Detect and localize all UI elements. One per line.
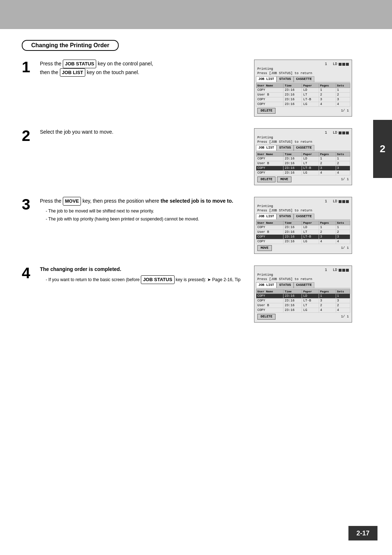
table-row: COPY23:16LT-B33 — [256, 97, 350, 102]
lcd-table-2: User Name Time Paper Pages Sets COPY23:1… — [256, 152, 350, 175]
lcd-table-4: User Name Time Paper Pages Sets COPY23:1… — [256, 289, 350, 313]
step-3-text: Press the MOVE key, then press the posit… — [40, 197, 247, 206]
lcd-tab-joblist-2: JOB LIST — [256, 145, 277, 151]
chapter-tab: 2 — [373, 120, 392, 178]
step-3-row: 3 Press the MOVE key, then press the pos… — [22, 197, 352, 254]
lcd-tab-status-1: STATUS — [277, 76, 293, 82]
step-1-text: Press the JOB STATUS key on the control … — [40, 60, 247, 77]
move-btn-2[interactable]: MOVE — [277, 177, 291, 182]
chapter-number: 2 — [380, 143, 385, 155]
lcd-table-3: User Name Time Paper Pages Sets COPY23:1… — [256, 220, 350, 244]
step-3-left: 3 Press the MOVE key, then press the pos… — [22, 197, 254, 222]
main-content: Changing the Printing Order 1 Press the … — [0, 29, 392, 356]
lcd-tab-joblist-4: JOB LIST — [256, 282, 277, 288]
step-4-row: 4 The changing order is completed. - If … — [22, 266, 352, 323]
lcd-tab-cassette-3: CASSETTE — [294, 214, 314, 219]
lcd-tab-status-2: STATUS — [277, 145, 293, 151]
step-2-row: 2 Select the job you want to move. 1 LD — [22, 128, 352, 185]
table-row: COPY23:16LT-B33 — [256, 299, 350, 303]
step-3-bullet-1: - The job to be moved will be shifted ne… — [46, 208, 247, 214]
lcd-screen-4: 1 LD Printing Press [JOB STATUS] to retu… — [254, 266, 352, 323]
lcd-tab-cassette-4: CASSETTE — [294, 282, 314, 288]
lcd-footer-1: DELETE 1/ 1 — [256, 107, 350, 115]
lcd-indicator-1 — [339, 63, 349, 66]
step-2-screen: 1 LD Printing Press [JOB STATUS] to retu… — [254, 128, 352, 185]
step-1-screen: 1 LD Printing Press [JOB STATUS] to retu… — [254, 60, 352, 117]
lcd-tab-joblist-1: JOB LIST — [256, 76, 277, 82]
step-2-left: 2 Select the job you want to move. — [22, 128, 254, 143]
step-4-content: The changing order is completed. - If yo… — [40, 266, 247, 284]
lcd-indicator-4 — [339, 269, 349, 272]
table-row: COPY23:16LG44 — [256, 102, 350, 107]
lcd-tab-cassette-1: CASSETTE — [294, 76, 314, 82]
table-row: User B23:16LT22 — [256, 93, 350, 97]
lcd-tab-joblist-3: JOB LIST — [256, 214, 277, 219]
lcd-topbar-1: 1 LD — [256, 61, 350, 67]
table-row-highlighted: COPY23:16LT-B33 — [256, 166, 350, 171]
table-row: User B23:16LT22 — [256, 303, 350, 308]
step-4-number: 4 — [22, 266, 36, 281]
step-1-number: 1 — [22, 60, 36, 75]
step-3-bullet-2: - The job with top priority (having been… — [46, 216, 247, 222]
step-4-text: The changing order is completed. — [40, 266, 247, 273]
table-row: COPY23:16LD11 — [256, 88, 350, 93]
step-3-screen: 1 LD Printing Press [JOB STATUS] to retu… — [254, 197, 352, 254]
lcd-topbar-2: 1 LD — [256, 130, 350, 135]
lcd-footer-4: DELETE 1/ 1 — [256, 313, 350, 321]
lcd-tabs-1: JOB LIST STATUS CASSETTE — [256, 76, 350, 82]
step-1-left: 1 Press the JOB STATUS key on the contro… — [22, 60, 254, 79]
table-row: COPY23:16LD11 — [256, 157, 350, 161]
lcd-tabs-2: JOB LIST STATUS CASSETTE — [256, 145, 350, 151]
step-4-left: 4 The changing order is completed. - If … — [22, 266, 254, 284]
section-title: Changing the Printing Order — [22, 40, 119, 51]
lcd-indicator-3 — [339, 200, 349, 203]
delete-btn-4[interactable]: DELETE — [257, 314, 275, 320]
step-2-number: 2 — [22, 128, 36, 143]
lcd-tab-status-3: STATUS — [277, 214, 293, 219]
move-key-3: MOVE — [63, 197, 81, 206]
job-list-key-1: JOB LIST — [60, 68, 86, 77]
step-4-note: - If you want to return to the basic scr… — [46, 275, 247, 284]
delete-btn-2[interactable]: DELETE — [257, 177, 275, 182]
table-row: COPY23:16LG44 — [256, 308, 350, 313]
job-status-key-1: JOB STATUS — [63, 60, 96, 68]
lcd-topbar-4: 1 LD — [256, 267, 350, 273]
step-4-screen: 1 LD Printing Press [JOB STATUS] to retu… — [254, 266, 352, 323]
lcd-tab-status-4: STATUS — [277, 282, 293, 288]
step-2-text: Select the job you want to move. — [40, 128, 247, 136]
table-row-highlighted: COPY23:16LT-B33 — [256, 235, 350, 239]
table-row: User B23:16LT22 — [256, 161, 350, 166]
move-btn-3[interactable]: MOVE — [257, 245, 272, 251]
lcd-table-1: User Name Time Paper Pages Sets COPY23:1… — [256, 83, 350, 107]
lcd-tabs-4: JOB LIST STATUS CASSETTE — [256, 282, 350, 288]
step-3-content: Press the MOVE key, then press the posit… — [40, 197, 247, 222]
lcd-screen-2: 1 LD Printing Press [JOB STATUS] to retu… — [254, 128, 352, 185]
lcd-footer-2: DELETE MOVE 1/ 1 — [256, 175, 350, 183]
lcd-indicator-2 — [339, 131, 349, 134]
table-row: COPY23:16LG44 — [256, 239, 350, 244]
table-row: COPY23:16LG44 — [256, 171, 350, 175]
table-row: COPY23:16LD11 — [256, 225, 350, 230]
step-3-number: 3 — [22, 197, 36, 212]
step-1-content: Press the JOB STATUS key on the control … — [40, 60, 247, 79]
step-1-row: 1 Press the JOB STATUS key on the contro… — [22, 60, 352, 117]
lcd-screen-3: 1 LD Printing Press [JOB STATUS] to retu… — [254, 197, 352, 254]
top-bar — [0, 0, 392, 29]
job-status-key-4: JOB STATUS — [141, 275, 174, 284]
lcd-tab-cassette-2: CASSETTE — [294, 145, 314, 151]
lcd-tabs-3: JOB LIST STATUS CASSETTE — [256, 214, 350, 220]
delete-btn-1[interactable]: DELETE — [257, 108, 275, 114]
page-number: 2-17 — [348, 526, 377, 540]
table-row-highlighted: COPY23:16LD11 — [256, 294, 350, 299]
lcd-screen-1: 1 LD Printing Press [JOB STATUS] to retu… — [254, 60, 352, 117]
table-row: User B23:16LT22 — [256, 230, 350, 235]
lcd-topbar-3: 1 LD — [256, 199, 350, 204]
step-2-content: Select the job you want to move. — [40, 128, 247, 138]
lcd-footer-3: MOVE 1/ 1 — [256, 244, 350, 252]
